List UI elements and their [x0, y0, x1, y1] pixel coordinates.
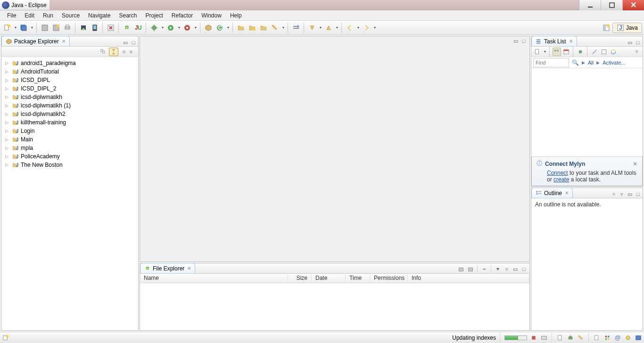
debug-dropdown[interactable]: ▾ [160, 25, 165, 30]
new-class-button[interactable]: C [215, 23, 225, 33]
collapse-all-tasks-button[interactable] [600, 48, 608, 56]
java-perspective-button[interactable]: J Java [612, 23, 642, 33]
debug-button[interactable] [149, 23, 159, 33]
expand-arrow-icon[interactable]: ▷ [5, 78, 10, 82]
expand-arrow-icon[interactable]: ▷ [5, 61, 10, 65]
view-menu-button[interactable]: ▿ [130, 49, 136, 55]
maximize-view-button[interactable]: □ [520, 265, 528, 273]
trim-misc1-button[interactable] [593, 334, 601, 342]
maximize-editor-button[interactable]: □ [520, 37, 528, 45]
progress-bar[interactable] [504, 335, 527, 340]
search-button[interactable] [270, 23, 280, 33]
search-dropdown[interactable]: ▾ [281, 25, 285, 30]
prev-annotation-button[interactable] [323, 23, 334, 33]
next-annotation-button[interactable] [307, 23, 317, 33]
save-all-button[interactable] [18, 23, 29, 33]
next-annotation-dropdown[interactable]: ▾ [318, 25, 322, 30]
expand-arrow-icon[interactable]: ▷ [5, 146, 10, 150]
junit-button[interactable]: JU [133, 23, 143, 33]
expand-arrow-icon[interactable]: ▷ [5, 154, 10, 159]
minimize-editor-button[interactable]: ▭ [512, 37, 520, 45]
expand-arrow-icon[interactable]: ▷ [5, 129, 10, 133]
toggle-mark-button[interactable] [291, 23, 301, 33]
expand-arrow-icon[interactable]: ▷ [5, 137, 10, 142]
tree-item[interactable]: ▷Jicsd-diplwmatikh [1, 93, 138, 101]
external-tools-dropdown[interactable]: ▾ [193, 25, 198, 30]
minimize-view-button[interactable]: ▭ [626, 39, 634, 46]
collapse-all-button[interactable] [99, 48, 108, 56]
new-button[interactable] [2, 23, 12, 33]
expand-arrow-icon[interactable]: ▷ [5, 69, 10, 74]
fe-delete-button[interactable]: − [480, 265, 488, 273]
expand-arrow-icon[interactable]: ▷ [5, 103, 10, 108]
menu-source[interactable]: Source [58, 11, 84, 20]
external-tools-button[interactable] [182, 23, 192, 33]
close-icon[interactable]: ✕ [61, 39, 66, 44]
search-icon[interactable]: 🔍 [572, 59, 579, 66]
open-perspective-button[interactable] [601, 23, 611, 33]
open-task-button[interactable] [247, 23, 257, 33]
fe-new-button[interactable]: + [494, 265, 502, 273]
stop-operation-button[interactable] [530, 334, 537, 342]
task-all-link[interactable]: All [588, 60, 594, 65]
trim-search-button[interactable] [577, 334, 585, 342]
save-button[interactable] [40, 23, 50, 33]
menu-project[interactable]: Project [141, 11, 167, 20]
trim-repos-button[interactable] [567, 334, 574, 342]
minimize-view-button[interactable]: ▭ [626, 190, 634, 198]
new-task-dropdown[interactable]: ▾ [543, 49, 547, 54]
close-icon[interactable]: ✕ [186, 266, 191, 271]
scheduled-button[interactable] [562, 48, 570, 56]
tree-item[interactable]: ▷JMain [1, 135, 138, 144]
forward-dropdown[interactable]: ▾ [372, 25, 377, 30]
back-dropdown[interactable]: ▾ [356, 25, 360, 30]
fe-col-name[interactable]: Name [140, 274, 288, 283]
synchronize-button[interactable] [609, 48, 618, 56]
tree-item[interactable]: ▷Jandroid1_paradeigma [1, 59, 138, 67]
tree-item[interactable]: ▷JICSD_DIPL_2 [1, 84, 138, 93]
fe-pull-button[interactable] [466, 265, 475, 273]
menu-window[interactable]: Window [197, 11, 226, 20]
mylyn-create-link[interactable]: create [553, 176, 569, 183]
tree-item[interactable]: ▷Jmpla [1, 144, 138, 152]
task-list-tab[interactable]: Task List ✕ [531, 36, 577, 46]
trim-tasks-button[interactable] [556, 334, 564, 342]
expand-arrow-icon[interactable]: ▷ [5, 112, 10, 116]
back-button[interactable] [345, 23, 355, 33]
tree-item[interactable]: ▷Jicsd-diplwmatikh2 [1, 110, 138, 118]
tree-item[interactable]: ▷JThe New Boston [1, 161, 138, 169]
focus-task-button[interactable] [119, 48, 129, 56]
android-avd-button[interactable] [90, 23, 100, 33]
lint-button[interactable] [106, 23, 116, 33]
forward-button[interactable] [361, 23, 372, 33]
tree-item[interactable]: ▷Jicsd-diplwmatikh (1) [1, 101, 138, 110]
tree-item[interactable]: ▷JAndroidTutorial [1, 67, 138, 76]
hide-completed-button[interactable] [590, 48, 599, 56]
expand-arrow-icon[interactable]: ▷ [5, 95, 10, 99]
trim-updates-button[interactable] [624, 334, 632, 342]
menu-refactor[interactable]: Refactor [167, 11, 197, 20]
new-dropdown[interactable]: ▾ [13, 25, 17, 30]
task-find-input[interactable] [533, 58, 569, 67]
tree-item[interactable]: ▷JICSD_DIPL [1, 76, 138, 84]
fe-col-permissions[interactable]: Permissions [370, 274, 408, 283]
link-with-editor-button[interactable] [109, 48, 118, 56]
file-explorer-tab[interactable]: File Explorer ✕ [140, 263, 195, 273]
menu-help[interactable]: Help [226, 11, 246, 20]
progress-detail-button[interactable] [540, 334, 548, 342]
print-button[interactable] [62, 23, 73, 33]
fe-col-size[interactable]: Size [288, 274, 312, 283]
fe-col-info[interactable]: Info [408, 274, 529, 283]
trim-console-button[interactable] [635, 334, 642, 342]
expand-arrow-icon[interactable]: ▷ [5, 120, 10, 125]
android-sdk-button[interactable] [78, 23, 89, 33]
tree-item[interactable]: ▷Jkillthemall-training [1, 118, 138, 127]
save-all-dropdown[interactable]: ▾ [30, 25, 34, 30]
expand-arrow-icon[interactable]: ▷ [5, 86, 10, 91]
show-fastviews-button[interactable] [2, 334, 9, 342]
open-resource-button[interactable] [258, 23, 269, 33]
maximize-view-button[interactable]: □ [634, 190, 642, 198]
new-class-dropdown[interactable]: ▾ [226, 25, 230, 30]
menu-run[interactable]: Run [39, 11, 58, 20]
close-icon[interactable]: ✕ [564, 190, 569, 196]
